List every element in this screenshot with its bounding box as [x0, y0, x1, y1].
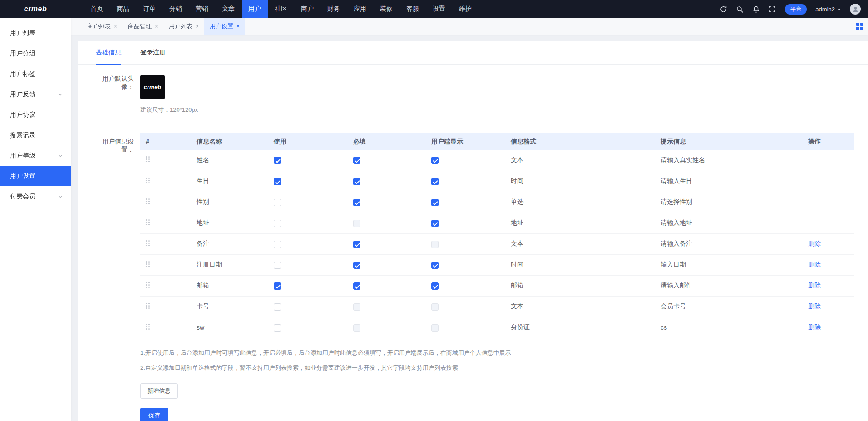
required-checkbox[interactable]	[353, 157, 360, 164]
drag-handle-icon[interactable]	[146, 261, 150, 267]
page-tab-3[interactable]: 用户设置×	[204, 18, 245, 35]
close-icon[interactable]: ×	[114, 23, 117, 30]
use-checkbox[interactable]	[274, 324, 281, 332]
close-icon[interactable]: ×	[196, 23, 199, 30]
nav-item-10[interactable]: 应用	[347, 0, 373, 18]
user-menu[interactable]: admin2	[815, 6, 841, 13]
user-info-table: #信息名称使用必填用户端显示信息格式提示信息操作 姓名文本请输入真实姓名生日时间…	[140, 133, 854, 338]
client-show-checkbox[interactable]	[431, 157, 439, 164]
avatar[interactable]	[850, 4, 861, 15]
nav-item-3[interactable]: 分销	[163, 0, 189, 18]
use-checkbox[interactable]	[274, 199, 281, 206]
nav-item-13[interactable]: 设置	[426, 0, 452, 18]
nav-item-11[interactable]: 装修	[373, 0, 399, 18]
required-checkbox[interactable]	[353, 178, 360, 185]
close-icon[interactable]: ×	[155, 23, 158, 30]
field-format: 时间	[507, 171, 657, 192]
sidebar-item-2[interactable]: 用户标签	[0, 64, 71, 84]
delete-link[interactable]: 删除	[808, 323, 821, 331]
close-icon[interactable]: ×	[237, 23, 240, 30]
client-show-checkbox	[431, 324, 439, 332]
field-format: 身份证	[507, 317, 657, 338]
required-checkbox[interactable]	[353, 262, 360, 269]
use-checkbox[interactable]	[274, 282, 281, 290]
row-actions	[804, 213, 854, 233]
client-show-checkbox[interactable]	[431, 262, 439, 269]
use-checkbox[interactable]	[274, 303, 281, 311]
nav-item-14[interactable]: 维护	[452, 0, 478, 18]
field-hint: 请输入备注	[657, 233, 804, 254]
field-format: 时间	[507, 254, 657, 275]
default-avatar-upload[interactable]: crmeb	[140, 75, 165, 99]
sidebar-item-8[interactable]: 付费会员	[0, 186, 71, 207]
required-checkbox[interactable]	[353, 241, 360, 248]
drag-handle-icon[interactable]	[146, 324, 150, 330]
use-checkbox[interactable]	[274, 220, 281, 227]
page-tab-1[interactable]: 商品管理×	[123, 18, 163, 35]
client-show-checkbox[interactable]	[431, 199, 439, 206]
top-header: crmeb 首页商品订单分销营销文章用户社区商户财务应用装修客服设置维护 平台 …	[0, 0, 868, 18]
drag-handle-icon[interactable]	[146, 303, 150, 309]
nav-item-9[interactable]: 财务	[321, 0, 347, 18]
nav-item-1[interactable]: 商品	[110, 0, 136, 18]
delete-link[interactable]: 删除	[808, 240, 821, 247]
page-tabbar: 商户列表×商品管理×用户列表×用户设置×	[71, 18, 868, 35]
drag-handle-icon[interactable]	[146, 198, 150, 205]
delete-link[interactable]: 删除	[808, 282, 821, 289]
nav-item-8[interactable]: 商户	[294, 0, 321, 18]
use-checkbox[interactable]	[274, 157, 281, 164]
client-show-checkbox[interactable]	[431, 220, 439, 227]
nav-item-12[interactable]: 客服	[399, 0, 426, 18]
drag-handle-icon[interactable]	[146, 282, 150, 288]
sidebar-item-label: 搜索记录	[10, 131, 35, 139]
tab-login-register[interactable]: 登录注册	[140, 41, 166, 65]
nav-item-5[interactable]: 文章	[215, 0, 242, 18]
page-tab-label: 商品管理	[128, 22, 152, 30]
fullscreen-icon[interactable]	[769, 5, 776, 13]
required-checkbox[interactable]	[353, 199, 360, 206]
layout-grid-icon[interactable]	[856, 23, 863, 30]
sidebar-item-0[interactable]: 用户列表	[0, 23, 71, 43]
settings-card: 基础信息 登录注册 用户默认头像： crmeb 建议尺寸：120*120px 用…	[78, 41, 868, 421]
sidebar-item-5[interactable]: 搜索记录	[0, 125, 71, 145]
sidebar-item-4[interactable]: 用户协议	[0, 104, 71, 125]
nav-item-6[interactable]: 用户	[242, 0, 268, 18]
field-format: 邮箱	[507, 275, 657, 296]
use-checkbox[interactable]	[274, 241, 281, 248]
bell-icon[interactable]	[752, 5, 760, 13]
refresh-icon[interactable]	[720, 5, 727, 13]
app-logo-text: crmeb	[24, 5, 47, 13]
sidebar-item-6[interactable]: 用户等级	[0, 145, 71, 166]
avatar-size-hint: 建议尺寸：120*120px	[140, 106, 854, 114]
drag-handle-icon[interactable]	[146, 219, 150, 226]
required-checkbox[interactable]	[353, 282, 360, 290]
use-checkbox[interactable]	[274, 262, 281, 269]
drag-handle-icon[interactable]	[146, 240, 150, 247]
drag-handle-icon[interactable]	[146, 156, 150, 163]
delete-link[interactable]: 删除	[808, 261, 821, 268]
platform-badge[interactable]: 平台	[785, 4, 807, 15]
nav-item-7[interactable]: 社区	[268, 0, 294, 18]
sidebar-item-7[interactable]: 用户设置	[0, 166, 71, 186]
nav-item-0[interactable]: 首页	[84, 0, 110, 18]
client-show-checkbox[interactable]	[431, 282, 439, 290]
page-tab-label: 用户设置	[210, 22, 233, 30]
column-header-1: 信息名称	[193, 133, 270, 150]
add-info-button[interactable]: 新增信息	[140, 383, 178, 399]
drag-handle-icon[interactable]	[146, 178, 150, 184]
nav-item-4[interactable]: 营销	[189, 0, 215, 18]
nav-item-2[interactable]: 订单	[136, 0, 163, 18]
table-row: 卡号文本会员卡号删除	[140, 296, 854, 317]
tab-basic-info[interactable]: 基础信息	[96, 41, 121, 65]
use-checkbox[interactable]	[274, 178, 281, 185]
client-show-checkbox[interactable]	[431, 178, 439, 185]
client-show-checkbox	[431, 241, 439, 248]
sidebar-item-1[interactable]: 用户分组	[0, 43, 71, 64]
search-icon[interactable]	[736, 5, 744, 13]
delete-link[interactable]: 删除	[808, 302, 821, 310]
sidebar-item-3[interactable]: 用户反馈	[0, 84, 71, 104]
main-nav: 首页商品订单分销营销文章用户社区商户财务应用装修客服设置维护	[84, 0, 720, 18]
page-tab-2[interactable]: 用户列表×	[163, 18, 204, 35]
page-tab-0[interactable]: 商户列表×	[82, 18, 123, 35]
save-button[interactable]: 保存	[140, 408, 168, 421]
